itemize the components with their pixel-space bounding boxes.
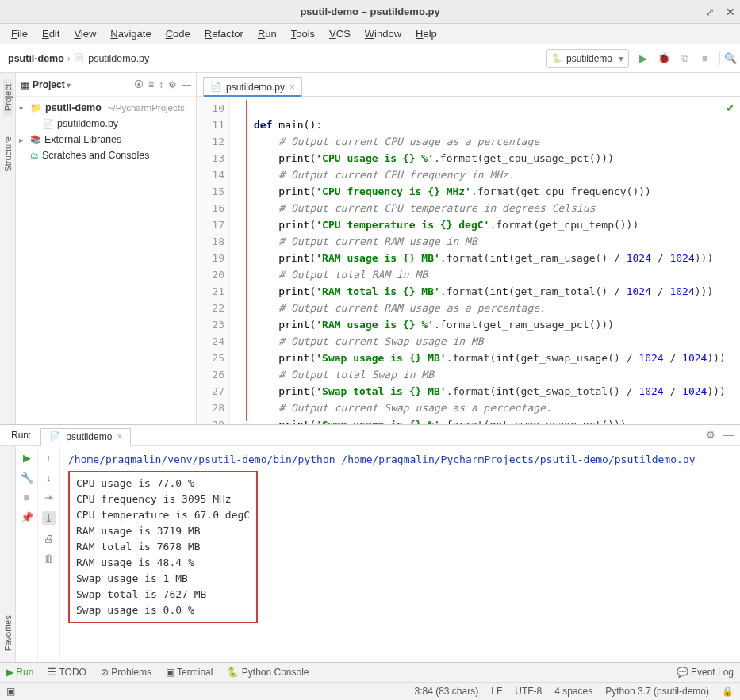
run-panel: Run: 📄 psutildemo × ⚙ — Favorites ▶ 🔧 ■ … [0,424,740,662]
editor-area: 📄 psutildemo.py × 1011121314151617181920… [197,73,740,424]
up-stack-icon[interactable]: ↑ [46,452,52,464]
terminal-tool-tab[interactable]: ▣ Terminal [166,667,213,678]
highlighted-output: CPU usage is 77.0 %CPU frequency is 3095… [68,471,258,623]
output-line: RAM usage is 48.4 % [76,555,250,571]
menu-file[interactable]: File [5,26,34,41]
side-tab-project[interactable]: Project [3,79,13,116]
tree-root-label: psutil-demo [45,102,102,113]
python-console-tool-tab[interactable]: 🐍 Python Console [227,667,309,678]
menu-code[interactable]: Code [159,26,197,41]
line-gutter[interactable]: 1011121314151617181920212223242526272829… [197,97,230,424]
menu-run[interactable]: Run [251,26,283,41]
code-editor[interactable]: 1011121314151617181920212223242526272829… [197,97,740,424]
problems-tool-tab[interactable]: ⊘ Problems [101,667,151,678]
project-view-select[interactable]: Project [33,79,71,90]
menu-window[interactable]: Window [358,26,408,41]
main-area: Project Structure ▦ Project ⦿ ≡ ↕ ⚙ — ▾ … [0,73,740,424]
tool-window-bar: ▶ Run ☰ TODO ⊘ Problems ▣ Terminal 🐍 Pyt… [0,662,740,682]
interpreter-status[interactable]: Python 3.7 (psutil-demo) [605,686,709,697]
close-tab-icon[interactable]: × [117,431,122,442]
python-file-icon: 📄 [43,119,54,129]
menu-view[interactable]: View [67,26,102,41]
output-line: CPU usage is 77.0 % [76,476,250,492]
scratches-icon: 🗂 [30,151,39,160]
locate-icon[interactable]: ⦿ [134,79,144,90]
gear-icon[interactable]: ⚙ [706,429,715,441]
favorites-strip: Favorites [0,446,16,662]
python-file-icon: 📄 [210,82,221,92]
pin-icon[interactable]: 📌 [21,511,33,523]
coverage-icon[interactable]: ⧉ [678,52,691,65]
tool-windows-icon[interactable]: ▣ [6,686,15,697]
down-stack-icon[interactable]: ↓ [46,472,52,484]
run-tool-tab[interactable]: ▶ Run [6,667,33,678]
tree-root-hint: ~/PycharmProjects [108,103,185,113]
lock-icon[interactable]: 🔒 [722,686,734,697]
close-tab-icon[interactable]: × [289,82,295,93]
python-file-icon: 📄 [74,53,85,63]
titlebar: psutil-demo – psutildemo.py — ⤢ ✕ [0,0,740,24]
menu-help[interactable]: Help [409,26,443,41]
tree-scratches[interactable]: 🗂 Scratches and Consoles [16,147,196,163]
chevron-right-icon[interactable]: ▸ [19,136,27,144]
rerun-icon[interactable]: ▶ [23,452,31,464]
menu-edit[interactable]: Edit [36,26,66,41]
editor-tab-label: psutildemo.py [226,82,285,93]
side-tab-favorites[interactable]: Favorites [3,610,13,656]
line-sep[interactable]: LF [491,686,502,697]
menubar: FileEditViewNavigateCodeRefactorRunTools… [0,24,740,44]
tree-file[interactable]: 📄 psutildemo.py [16,116,196,132]
project-pane: ▦ Project ⦿ ≡ ↕ ⚙ — ▾ 📁 psutil-demo ~/Py… [16,73,197,424]
breadcrumb: psutil-demo › 📄 psutildemo.py [8,52,149,64]
run-tab-active[interactable]: 📄 psutildemo × [40,428,131,446]
caret-pos[interactable]: 3:84 (83 chars) [415,686,479,697]
code-content[interactable]: def main(): # Output current CPU usage a… [247,97,740,424]
project-tree[interactable]: ▾ 📁 psutil-demo ~/PycharmProjects 📄 psut… [16,97,196,166]
breadcrumb-file[interactable]: psutildemo.py [88,53,149,64]
output-line: RAM usage is 3719 MB [76,523,250,539]
maximize-icon[interactable]: ⤢ [705,6,715,18]
scroll-end-icon[interactable]: ⤓ [42,511,56,525]
run-body: Favorites ▶ 🔧 ■ 📌 ↑ ↓ ⇥ ⤓ 🖨 🗑 /home/prag… [0,446,740,662]
collapse-icon[interactable]: ↕ [159,79,163,90]
editor-tab-active[interactable]: 📄 psutildemo.py × [203,77,302,96]
expand-icon[interactable]: ≡ [148,79,154,90]
output-line: CPU temperature is 67.0 degC [76,507,250,523]
tree-extlibs-label: External Libraries [44,134,121,145]
run-icon[interactable]: ▶ [637,52,650,65]
hide-pane-icon[interactable]: — [182,79,191,90]
print-icon[interactable]: 🖨 [44,533,54,545]
hide-pane-icon[interactable]: — [723,429,734,441]
stop-icon[interactable]: ■ [699,52,711,65]
search-icon[interactable]: 🔍 [719,52,732,65]
side-tab-structure[interactable]: Structure [3,132,13,177]
softwrap-icon[interactable]: ⇥ [44,492,53,503]
config-icon[interactable]: 🔧 [21,472,33,484]
minimize-icon[interactable]: — [683,6,694,18]
run-tabbar: Run: 📄 psutildemo × ⚙ — [0,425,740,446]
event-log-tab[interactable]: 💬 Event Log [677,667,734,678]
tree-root[interactable]: ▾ 📁 psutil-demo ~/PycharmProjects [16,100,196,116]
menu-tools[interactable]: Tools [285,26,321,41]
chevron-down-icon[interactable]: ▾ [19,104,27,113]
project-header: ▦ Project ⦿ ≡ ↕ ⚙ — [16,73,196,97]
run-config-select[interactable]: psutildemo [546,49,629,68]
navbar: psutil-demo › 📄 psutildemo.py psutildemo… [0,44,740,73]
menu-vcs[interactable]: VCS [323,26,357,41]
encoding[interactable]: UTF-8 [515,686,542,697]
todo-tool-tab[interactable]: ☰ TODO [48,667,86,678]
stop-icon[interactable]: ■ [24,492,30,503]
breadcrumb-root[interactable]: psutil-demo [8,53,64,64]
analysis-ok-icon[interactable]: ✔ [726,101,735,114]
close-icon[interactable]: ✕ [726,6,735,18]
gear-icon[interactable]: ⚙ [168,79,177,90]
menu-refactor[interactable]: Refactor [198,26,250,41]
run-controls-left: ▶ 🔧 ■ 📌 [16,446,38,662]
run-output[interactable]: /home/pragmalin/venv/psutil-demo/bin/pyt… [60,446,740,662]
tree-ext-libs[interactable]: ▸ 📚 External Libraries [16,132,196,147]
menu-navigate[interactable]: Navigate [104,26,157,41]
indent[interactable]: 4 spaces [554,686,592,697]
debug-icon[interactable]: 🐞 [658,52,670,65]
output-line: Swap usage is 0.0 % [76,602,250,618]
trash-icon[interactable]: 🗑 [44,553,54,564]
